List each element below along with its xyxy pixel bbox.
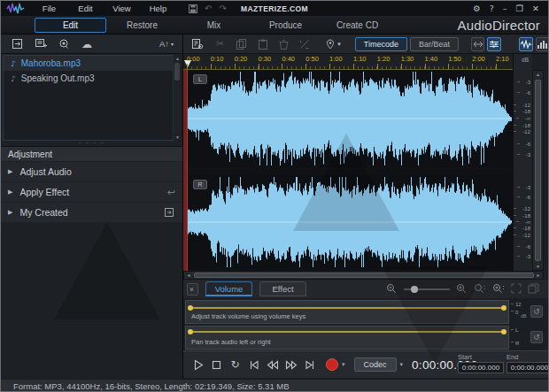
tab-restore[interactable]: Restore (106, 18, 178, 33)
channel-left[interactable]: L (188, 70, 512, 167)
pan-keyframe-end[interactable] (501, 329, 506, 334)
restore-zoom-icon[interactable] (528, 281, 539, 297)
menu-file[interactable]: File (31, 4, 67, 13)
go-to-end-button[interactable] (300, 360, 319, 370)
music-note-icon: ♪ (11, 59, 16, 68)
pan-reset-button[interactable]: ↺ (530, 331, 543, 343)
barbeat-toggle[interactable]: Bar/Beat (410, 37, 459, 51)
expand-triangle-icon[interactable]: ▶ (8, 188, 12, 196)
close-icon[interactable]: ✕ (532, 4, 539, 13)
zoom-controls (386, 281, 549, 297)
help-icon[interactable]: ? (490, 4, 494, 13)
play-button[interactable] (189, 359, 207, 371)
pan-keyframe-start[interactable] (188, 329, 193, 334)
maximize-icon[interactable]: ❐ (516, 4, 524, 13)
volume-keyframe-start[interactable] (188, 305, 193, 311)
edit-settings-icon[interactable] (192, 39, 204, 50)
waveform-view-icon[interactable] (519, 37, 533, 51)
zoom-out-icon[interactable] (386, 281, 398, 297)
go-to-start-button[interactable] (244, 360, 263, 370)
import-preset-icon[interactable] (164, 207, 175, 218)
channel-right-badge: R (193, 180, 207, 189)
zoom-slider-knob[interactable] (411, 286, 418, 293)
adjustment-item-my-created[interactable]: ▶My Created (1, 203, 182, 222)
record-audio-icon[interactable] (58, 39, 70, 49)
file-item[interactable]: ♪Mahoroba.mp3 (4, 56, 180, 71)
cloud-download-icon[interactable]: ☁ (81, 38, 92, 50)
channel-right[interactable]: R (188, 175, 512, 269)
save-icon[interactable] (189, 4, 197, 13)
marker-caret-icon[interactable]: ▾ (337, 41, 341, 48)
waveform-right-canvas[interactable] (188, 175, 512, 269)
pan-track-label: Pan track audio left or right (191, 338, 271, 346)
hscroll-thumb[interactable] (194, 273, 534, 278)
expand-triangle-icon[interactable]: ▶ (8, 209, 12, 216)
end-value[interactable]: 0:00:00.000 (506, 362, 549, 373)
cut-icon[interactable]: ✂ (216, 38, 224, 50)
music-note-icon: ♪ (11, 74, 16, 83)
vscroll-thumb[interactable] (535, 80, 541, 261)
edit-toolbar: ✂ ▾ Timecode Bar/Beat (183, 35, 549, 54)
import-playlist-icon[interactable] (35, 39, 47, 49)
adjustment-item-adjust-audio[interactable]: ▶Adjust Audio (1, 162, 182, 181)
record-caret-icon[interactable]: ▾ (342, 361, 345, 368)
paste-icon[interactable] (258, 39, 268, 50)
codec-caret-icon[interactable]: ▾ (400, 361, 404, 368)
tab-edit[interactable]: Edit (35, 18, 106, 33)
media-file-list: ♪Mahoroba.mp3♪Speaking Out.mp3 (3, 55, 181, 141)
codec-button[interactable]: Codec (354, 357, 397, 372)
ruler-tick-label: 0:10 (211, 55, 224, 63)
settings-gear-icon[interactable]: ⚙ (473, 4, 481, 13)
volume-keyframe-track[interactable]: Adjust track volume using volume keys (185, 300, 509, 324)
loop-button[interactable]: ↻ (226, 358, 244, 371)
volume-line[interactable] (189, 307, 506, 309)
menu-edit[interactable]: Edit (67, 4, 104, 13)
undo-icon[interactable]: ↶ (205, 4, 212, 13)
mixer-view-icon[interactable] (487, 37, 501, 51)
collapse-panel-button[interactable]: « (187, 283, 198, 296)
pan-keyframe-track[interactable]: Pan track audio left or right (185, 326, 509, 350)
filelist-scrollbar[interactable]: ▲ ▼ (173, 55, 181, 141)
timecode-toggle[interactable]: Timecode (355, 37, 407, 51)
horizontal-scrollbar[interactable]: ◄ ► (183, 271, 544, 280)
zoom-in-icon[interactable] (456, 281, 468, 297)
rewind-button[interactable] (263, 360, 282, 370)
tab-create-cd[interactable]: Create CD (321, 18, 393, 33)
import-media-icon[interactable] (12, 39, 24, 49)
waveform-area[interactable]: L R (183, 70, 513, 271)
tab-produce[interactable]: Produce (250, 18, 321, 33)
spectral-view-icon[interactable] (536, 37, 549, 51)
menu-help[interactable]: Help (140, 4, 176, 13)
delete-icon[interactable] (279, 39, 289, 50)
ruler-tick-label: 2:00 (472, 55, 485, 63)
fast-forward-button[interactable] (282, 360, 300, 370)
zoom-level-icon[interactable] (492, 281, 505, 297)
minimize-icon[interactable]: – (503, 4, 507, 13)
adjustment-item-apply-effect[interactable]: ▶Apply Effect↩ (1, 182, 182, 202)
reset-effect-icon[interactable]: ↩ (167, 187, 175, 198)
sort-button[interactable]: A↑▾ (159, 39, 182, 49)
editor-tab-effect[interactable]: Effect (259, 281, 306, 296)
record-button[interactable] (326, 358, 338, 371)
redo-icon[interactable]: ↷ (219, 4, 226, 13)
zoom-selection-icon[interactable] (474, 281, 486, 297)
trim-icon[interactable] (299, 39, 310, 50)
tab-mix[interactable]: Mix (178, 18, 250, 33)
zoom-slider[interactable] (404, 288, 450, 290)
start-value[interactable]: 0:00:00.000 (458, 362, 504, 373)
volume-reset-button[interactable]: ↺ (530, 305, 543, 318)
menu-view[interactable]: View (104, 4, 140, 13)
dock-panels-icon[interactable] (471, 37, 485, 51)
waveform-left-canvas[interactable] (188, 70, 512, 167)
marker-icon[interactable] (326, 39, 335, 50)
editor-tab-volume[interactable]: Volume (205, 281, 252, 296)
stop-button[interactable] (207, 360, 226, 370)
volume-keyframe-end[interactable] (501, 305, 506, 311)
fit-project-icon[interactable] (511, 281, 522, 297)
expand-triangle-icon[interactable]: ▶ (8, 168, 12, 175)
pan-line[interactable] (189, 331, 506, 333)
timeline-ruler[interactable]: 0:000:100:200:300:400:501:001:101:201:30… (183, 54, 513, 70)
vertical-scrollbar[interactable]: ▲ ▼ (532, 70, 544, 271)
copy-icon[interactable] (236, 39, 247, 50)
file-item[interactable]: ♪Speaking Out.mp3 (4, 71, 180, 86)
